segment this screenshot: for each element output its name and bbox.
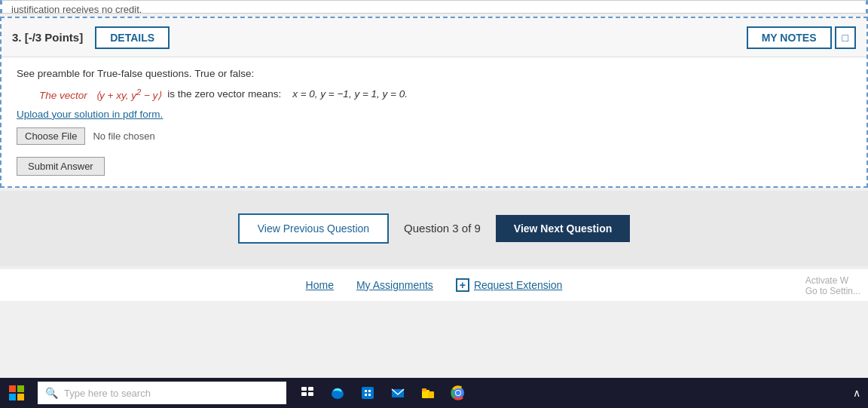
request-extension-area: + Request Extension bbox=[456, 278, 563, 292]
details-button[interactable]: DETAILS bbox=[95, 26, 170, 49]
top-strip: justification receives no credit. bbox=[0, 0, 868, 14]
no-file-label: No file chosen bbox=[93, 130, 154, 142]
question-section: 3. [-/3 Points] DETAILS MY NOTES □ See p… bbox=[0, 17, 868, 188]
footer-links: Home My Assignments + Request Extension … bbox=[0, 269, 868, 301]
top-strip-text: justification receives no credit. bbox=[11, 4, 142, 14]
home-link[interactable]: Home bbox=[306, 279, 334, 291]
vector-result-text: is the zero vector means: x = 0, y = −1,… bbox=[167, 88, 408, 100]
taskbar-search-placeholder: Type here to search bbox=[64, 388, 151, 399]
submit-row: Submit Answer bbox=[17, 152, 851, 176]
svg-rect-5 bbox=[362, 387, 374, 399]
taskbar-search[interactable]: 🔍 Type here to search bbox=[38, 382, 286, 404]
svg-rect-0 bbox=[301, 387, 307, 391]
files-icon[interactable] bbox=[414, 378, 442, 408]
question-number-area: 3. [-/3 Points] DETAILS bbox=[12, 26, 170, 49]
expand-button[interactable]: □ bbox=[835, 26, 856, 49]
taskbar-icons bbox=[294, 378, 472, 408]
svg-rect-3 bbox=[308, 392, 313, 396]
svg-rect-7 bbox=[368, 390, 371, 392]
question-header: 3. [-/3 Points] DETAILS MY NOTES □ bbox=[2, 18, 866, 57]
svg-rect-1 bbox=[308, 387, 313, 391]
navigation-section: View Previous Question Question 3 of 9 V… bbox=[0, 191, 868, 266]
preamble-text: See preamble for True-false questions. T… bbox=[17, 68, 851, 79]
chrome-icon[interactable] bbox=[445, 378, 472, 408]
vector-solution: x = 0, y = −1, y = 1, y = 0. bbox=[292, 88, 408, 100]
svg-rect-9 bbox=[368, 394, 371, 396]
taskbar-search-icon: 🔍 bbox=[45, 387, 58, 399]
svg-rect-13 bbox=[428, 391, 434, 398]
choose-file-button[interactable]: Choose File bbox=[17, 127, 85, 145]
request-extension-link[interactable]: Request Extension bbox=[474, 279, 563, 291]
win-logo-green bbox=[17, 385, 24, 392]
taskbar: 🔍 Type here to search bbox=[0, 378, 868, 408]
win-logo-blue bbox=[9, 394, 16, 400]
view-previous-button[interactable]: View Previous Question bbox=[238, 213, 389, 244]
math-statement: The vector ⟨y + xy, y2 − y⟩ is the zero … bbox=[39, 87, 851, 101]
view-next-button[interactable]: View Next Question bbox=[496, 215, 630, 242]
question-body: See preamble for True-false questions. T… bbox=[2, 57, 866, 186]
vector-intro: The vector ⟨y + xy, y2 − y⟩ bbox=[39, 87, 161, 101]
question-counter: Question 3 of 9 bbox=[404, 222, 481, 235]
plus-icon: + bbox=[456, 278, 469, 292]
svg-point-19 bbox=[456, 391, 460, 395]
start-button[interactable] bbox=[0, 378, 33, 408]
file-input-row: Choose File No file chosen bbox=[17, 127, 851, 145]
my-notes-button[interactable]: MY NOTES bbox=[747, 26, 832, 49]
my-assignments-link[interactable]: My Assignments bbox=[356, 279, 433, 291]
svg-rect-8 bbox=[365, 394, 367, 396]
chevron-up-icon[interactable]: ∧ bbox=[853, 387, 860, 399]
edge-browser-icon[interactable] bbox=[324, 378, 351, 408]
taskbar-right: ∧ bbox=[853, 387, 868, 399]
task-view-icon[interactable] bbox=[294, 378, 321, 408]
svg-rect-6 bbox=[365, 390, 367, 392]
mail-icon[interactable] bbox=[384, 378, 411, 408]
activate-windows-text: Activate W Go to Settin... bbox=[805, 275, 860, 296]
svg-rect-2 bbox=[301, 392, 307, 396]
submit-answer-button[interactable]: Submit Answer bbox=[17, 157, 105, 176]
upload-instruction: Upload your solution in pdf form. bbox=[17, 109, 851, 120]
win-logo-yellow bbox=[17, 394, 24, 400]
windows-logo bbox=[9, 385, 24, 400]
win-logo-red bbox=[9, 385, 16, 392]
store-icon[interactable] bbox=[354, 378, 381, 408]
vector-notation: ⟨y + xy, y2 − y⟩ bbox=[96, 90, 161, 101]
question-number: 3. [-/3 Points] bbox=[12, 31, 83, 44]
svg-rect-12 bbox=[422, 388, 426, 391]
header-right: MY NOTES □ bbox=[747, 26, 856, 49]
